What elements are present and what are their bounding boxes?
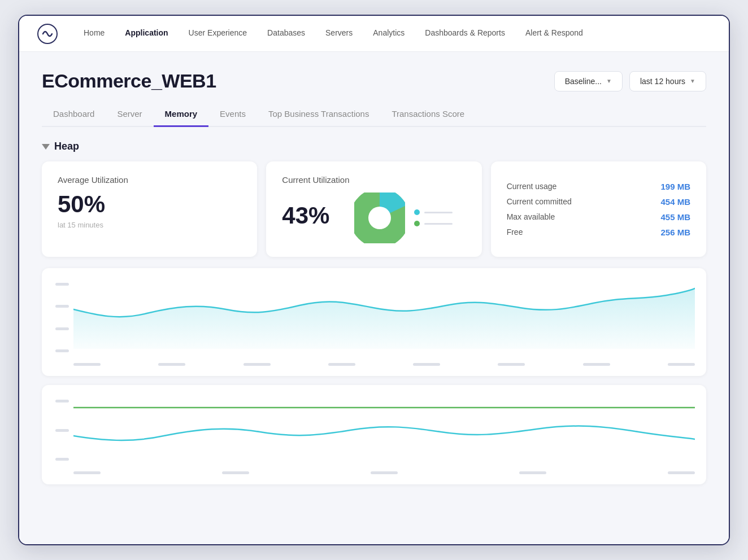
stat-row-0: Current usage 199 MB	[507, 182, 690, 191]
main-content: ECommerce_WEB1 Baseline... ▼ last 12 hou…	[19, 52, 729, 544]
tab-dashboard[interactable]: Dashboard	[42, 103, 106, 127]
chart-1-wrapper	[53, 278, 695, 366]
x-label	[413, 363, 440, 366]
app-logo	[37, 24, 58, 44]
baseline-dropdown[interactable]: Baseline... ▼	[554, 71, 623, 91]
x-label	[222, 471, 249, 474]
x-label	[668, 363, 695, 366]
current-util-content: 43%	[282, 193, 466, 243]
chart-1-x-axis	[73, 363, 695, 366]
svg-point-3	[368, 207, 391, 229]
header-controls: Baseline... ▼ last 12 hours ▼	[554, 71, 706, 91]
nav-item-alert[interactable]: Alert & Respond	[515, 16, 593, 51]
x-label	[158, 363, 185, 366]
heap-section-header: Heap	[42, 141, 706, 152]
legend-line-2	[424, 223, 453, 225]
legend-item-green	[414, 221, 453, 226]
y-label	[55, 305, 69, 308]
collapse-icon[interactable]	[42, 144, 50, 150]
stat-value-0: 199 MB	[660, 182, 690, 191]
nav-item-dashboards[interactable]: Dashboards & Reports	[415, 16, 515, 51]
x-label	[668, 471, 695, 474]
current-util-label: Current Utilization	[282, 175, 466, 185]
nav-items: Home Application User Experience Databas…	[73, 16, 593, 51]
area-fill	[73, 288, 695, 349]
chart-1-svg	[73, 278, 695, 349]
nav-item-analytics[interactable]: Analytics	[363, 16, 415, 51]
x-label	[371, 471, 398, 474]
legend-dot-blue	[414, 209, 420, 215]
avg-util-value: 50%	[58, 193, 241, 216]
blue-line	[73, 426, 695, 440]
current-util-card: Current Utilization 43%	[266, 161, 481, 257]
y-label	[55, 400, 69, 403]
tab-events[interactable]: Events	[208, 103, 257, 127]
app-window: Home Application User Experience Databas…	[18, 15, 730, 545]
stat-value-2: 455 MB	[660, 212, 690, 222]
stat-row-1: Current committed 454 MB	[507, 197, 690, 207]
x-label	[519, 471, 546, 474]
chevron-down-icon: ▼	[606, 78, 612, 84]
stat-row-2: Max available 455 MB	[507, 212, 690, 222]
chart-card-2	[42, 385, 706, 484]
stat-row-3: Free 256 MB	[507, 228, 690, 237]
avg-utilization-card: Average Utilization 50% lat 15 minutes	[42, 161, 257, 257]
chart-2-wrapper	[53, 395, 695, 474]
x-label	[243, 363, 271, 366]
pie-chart	[354, 193, 405, 243]
tab-transactions-score[interactable]: Transactions Score	[380, 103, 476, 127]
legend-item-blue	[414, 209, 453, 215]
nav-item-databases[interactable]: Databases	[257, 16, 315, 51]
current-util-value: 43%	[282, 204, 329, 228]
stat-label-3: Free	[507, 228, 523, 237]
x-label	[73, 363, 101, 366]
cards-row: Average Utilization 50% lat 15 minutes C…	[42, 161, 706, 257]
nav-item-user-experience[interactable]: User Experience	[179, 16, 258, 51]
nav-bar: Home Application User Experience Databas…	[19, 16, 729, 52]
y-label	[55, 458, 69, 461]
x-label	[73, 471, 101, 474]
sub-nav: Dashboard Server Memory Events Top Busin…	[42, 103, 706, 127]
x-label	[328, 363, 355, 366]
stat-label-0: Current usage	[507, 182, 557, 191]
x-label	[583, 363, 610, 366]
header-row: ECommerce_WEB1 Baseline... ▼ last 12 hou…	[42, 70, 706, 92]
util-visual	[341, 193, 466, 243]
chart-2-y-axis	[53, 400, 72, 461]
pie-legend	[414, 209, 453, 226]
tab-memory[interactable]: Memory	[154, 103, 209, 127]
heap-title: Heap	[54, 141, 79, 152]
chart-2-x-axis	[73, 471, 695, 474]
chart-1-y-axis	[53, 283, 72, 352]
util-percentage: 43%	[282, 204, 329, 232]
y-label	[55, 327, 69, 330]
chart-card-1	[42, 268, 706, 376]
tab-top-business[interactable]: Top Business Transactions	[257, 103, 380, 127]
app-title: ECommerce_WEB1	[42, 70, 216, 92]
y-label	[55, 429, 69, 432]
chevron-down-icon: ▼	[690, 78, 695, 84]
legend-line	[424, 212, 453, 213]
nav-item-application[interactable]: Application	[115, 16, 178, 51]
x-label	[498, 363, 525, 366]
y-label	[55, 349, 69, 352]
nav-item-home[interactable]: Home	[73, 16, 115, 51]
y-label	[55, 283, 69, 286]
chart-2-svg	[73, 395, 695, 457]
legend-dot-green	[414, 221, 420, 226]
stat-value-3: 256 MB	[660, 228, 690, 237]
stat-label-2: Max available	[507, 212, 555, 221]
stats-card: Current usage 199 MB Current committed 4…	[491, 161, 706, 257]
stat-value-1: 454 MB	[660, 197, 690, 207]
pie-svg	[354, 193, 405, 243]
avg-util-label: Average Utilization	[58, 175, 241, 185]
tab-server[interactable]: Server	[106, 103, 153, 127]
time-dropdown[interactable]: last 12 hours ▼	[629, 71, 706, 91]
stat-label-1: Current committed	[507, 197, 572, 206]
nav-item-servers[interactable]: Servers	[315, 16, 363, 51]
avg-util-sub: lat 15 minutes	[58, 221, 241, 229]
